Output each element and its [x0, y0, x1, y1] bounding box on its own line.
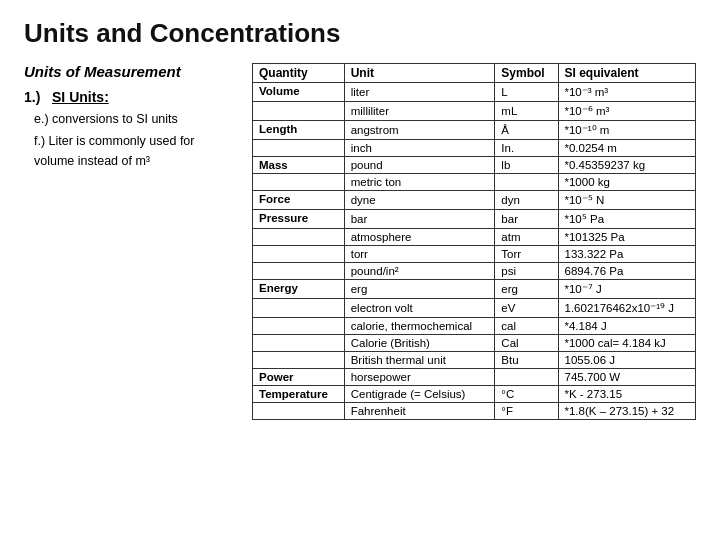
- col-unit: Unit: [344, 64, 495, 83]
- cell-symbol: cal: [495, 318, 558, 335]
- cell-si: *1000 kg: [558, 174, 696, 191]
- cell-symbol: L: [495, 83, 558, 102]
- cell-unit: Calorie (British): [344, 335, 495, 352]
- table-row: VolumeliterL*10⁻³ m³: [253, 83, 696, 102]
- cell-unit: Centigrade (= Celsius): [344, 386, 495, 403]
- cell-symbol: dyn: [495, 191, 558, 210]
- content-area: Units of Measurement 1.) SI Units: e.) c…: [24, 63, 696, 420]
- point-label: 1.) SI Units:: [24, 89, 109, 105]
- table-container: Quantity Unit Symbol SI equivalent Volum…: [252, 63, 696, 420]
- cell-si: *10⁻³ m³: [558, 83, 696, 102]
- cell-symbol: Cal: [495, 335, 558, 352]
- page: Units and Concentrations Units of Measur…: [0, 0, 720, 430]
- cell-unit: dyne: [344, 191, 495, 210]
- table-row: Powerhorsepower745.700 W: [253, 369, 696, 386]
- cell-quantity: [253, 102, 345, 121]
- cell-symbol: Torr: [495, 246, 558, 263]
- cell-quantity: Force: [253, 191, 345, 210]
- units-table: Quantity Unit Symbol SI equivalent Volum…: [252, 63, 696, 420]
- cell-unit: torr: [344, 246, 495, 263]
- table-row: Energyergerg*10⁻⁷ J: [253, 280, 696, 299]
- cell-unit: liter: [344, 83, 495, 102]
- cell-quantity: [253, 174, 345, 191]
- left-panel: Units of Measurement 1.) SI Units: e.) c…: [24, 63, 234, 171]
- cell-quantity: Mass: [253, 157, 345, 174]
- cell-quantity: Temperature: [253, 386, 345, 403]
- table-row: Fahrenheit°F*1.8(K – 273.15) + 32: [253, 403, 696, 420]
- col-symbol: Symbol: [495, 64, 558, 83]
- cell-symbol: erg: [495, 280, 558, 299]
- cell-unit: inch: [344, 140, 495, 157]
- section-title: Units of Measurement: [24, 63, 234, 80]
- table-row: torrTorr133.322 Pa: [253, 246, 696, 263]
- sub-f: f.) Liter is commonly used for volume in…: [34, 132, 234, 171]
- cell-unit: metric ton: [344, 174, 495, 191]
- cell-symbol: °C: [495, 386, 558, 403]
- table-row: LengthangstromÅ*10⁻¹⁰ m: [253, 121, 696, 140]
- cell-si: 1055.06 J: [558, 352, 696, 369]
- cell-quantity: [253, 318, 345, 335]
- cell-quantity: [253, 140, 345, 157]
- cell-quantity: Pressure: [253, 210, 345, 229]
- cell-unit: British thermal unit: [344, 352, 495, 369]
- table-row: Calorie (British)Cal*1000 cal= 4.184 kJ: [253, 335, 696, 352]
- cell-si: *10⁵ Pa: [558, 210, 696, 229]
- cell-si: *K - 273.15: [558, 386, 696, 403]
- table-row: Forcedynedyn*10⁻⁵ N: [253, 191, 696, 210]
- table-row: metric ton*1000 kg: [253, 174, 696, 191]
- cell-si: 6894.76 Pa: [558, 263, 696, 280]
- cell-si: *1.8(K – 273.15) + 32: [558, 403, 696, 420]
- cell-quantity: [253, 229, 345, 246]
- cell-symbol: Å: [495, 121, 558, 140]
- sub-e: e.) conversions to SI units: [34, 110, 234, 129]
- col-quantity: Quantity: [253, 64, 345, 83]
- cell-si: *1000 cal= 4.184 kJ: [558, 335, 696, 352]
- table-row: atmosphereatm*101325 Pa: [253, 229, 696, 246]
- cell-unit: bar: [344, 210, 495, 229]
- cell-symbol: In.: [495, 140, 558, 157]
- cell-unit: Fahrenheit: [344, 403, 495, 420]
- table-row: inchIn.*0.0254 m: [253, 140, 696, 157]
- cell-si: *0.0254 m: [558, 140, 696, 157]
- cell-si: 133.322 Pa: [558, 246, 696, 263]
- cell-quantity: [253, 403, 345, 420]
- page-title: Units and Concentrations: [24, 18, 696, 49]
- table-row: pound/in²psi6894.76 Pa: [253, 263, 696, 280]
- cell-quantity: Energy: [253, 280, 345, 299]
- cell-si: *0.45359237 kg: [558, 157, 696, 174]
- table-row: millilitermL*10⁻⁶ m³: [253, 102, 696, 121]
- cell-si: *10⁻⁷ J: [558, 280, 696, 299]
- table-row: TemperatureCentigrade (= Celsius)°C*K - …: [253, 386, 696, 403]
- cell-si: 745.700 W: [558, 369, 696, 386]
- cell-unit: erg: [344, 280, 495, 299]
- cell-quantity: Volume: [253, 83, 345, 102]
- table-row: calorie, thermochemicalcal*4.184 J: [253, 318, 696, 335]
- cell-symbol: [495, 369, 558, 386]
- table-row: electron volteV1.602176462x10⁻¹⁹ J: [253, 299, 696, 318]
- table-row: Pressurebarbar*10⁵ Pa: [253, 210, 696, 229]
- cell-unit: pound/in²: [344, 263, 495, 280]
- cell-symbol: lb: [495, 157, 558, 174]
- cell-unit: angstrom: [344, 121, 495, 140]
- cell-symbol: Btu: [495, 352, 558, 369]
- cell-quantity: [253, 246, 345, 263]
- cell-quantity: Length: [253, 121, 345, 140]
- cell-symbol: °F: [495, 403, 558, 420]
- cell-quantity: [253, 335, 345, 352]
- table-row: British thermal unitBtu1055.06 J: [253, 352, 696, 369]
- cell-unit: pound: [344, 157, 495, 174]
- cell-symbol: mL: [495, 102, 558, 121]
- cell-quantity: [253, 299, 345, 318]
- cell-symbol: atm: [495, 229, 558, 246]
- cell-si: *4.184 J: [558, 318, 696, 335]
- cell-si: *10⁻¹⁰ m: [558, 121, 696, 140]
- col-si: SI equivalent: [558, 64, 696, 83]
- cell-unit: electron volt: [344, 299, 495, 318]
- cell-symbol: psi: [495, 263, 558, 280]
- cell-unit: milliliter: [344, 102, 495, 121]
- cell-si: 1.602176462x10⁻¹⁹ J: [558, 299, 696, 318]
- cell-symbol: bar: [495, 210, 558, 229]
- cell-si: *10⁻⁶ m³: [558, 102, 696, 121]
- cell-quantity: Power: [253, 369, 345, 386]
- cell-unit: horsepower: [344, 369, 495, 386]
